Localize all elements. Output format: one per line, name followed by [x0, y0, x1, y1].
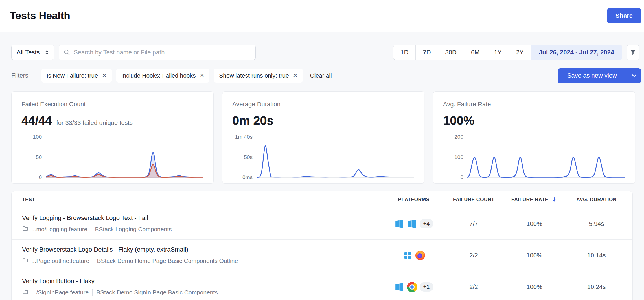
- test-file-path: .../SignInPage.feature: [31, 289, 89, 296]
- tests-scope-select[interactable]: All Tests: [11, 45, 54, 60]
- test-suite-name: BStack Demo SignIn Page Basic Components: [96, 289, 218, 296]
- card-title: Avg. Failure Rate: [443, 101, 625, 108]
- failure-count-cell: 2/2: [442, 252, 505, 259]
- failure-rate-cell: 100%: [505, 252, 563, 259]
- date-range-7d[interactable]: 7D: [416, 45, 438, 60]
- sort-desc-arrow-icon: [551, 197, 557, 203]
- card-title: Average Duration: [232, 101, 414, 108]
- windows-icon: [407, 219, 417, 229]
- kpi-card-1: Failed Execution Count44/44for 33/33 fai…: [11, 91, 214, 184]
- card-kpi-subtext: for 33/33 failed unique tests: [56, 119, 133, 127]
- test-name[interactable]: Verify Browserstack Logo Details - Flaky…: [22, 246, 385, 253]
- failure-count-cell: 7/7: [442, 220, 505, 228]
- series-line-avg-failure-rate-percent: [467, 157, 625, 177]
- column-header-label: PLATFORMS: [398, 197, 429, 203]
- filter-chip[interactable]: Include Hooks: Failed hooks✕: [116, 69, 210, 83]
- save-view-split-button: Save as new view: [558, 68, 641, 83]
- column-header-failure-rate[interactable]: FAILURE RATE: [505, 197, 563, 203]
- date-range-30d[interactable]: 30D: [438, 45, 464, 60]
- firefox-icon: [415, 250, 425, 261]
- tests-scope-value: All Tests: [17, 49, 40, 56]
- y-axis-ticks: 1m 40s50s0ms: [232, 135, 253, 177]
- save-view-dropdown-button[interactable]: [627, 68, 641, 83]
- kpi-cards: Failed Execution Count44/44for 33/33 fai…: [11, 91, 633, 184]
- clear-all-button[interactable]: Clear all: [310, 72, 332, 79]
- search-icon: [63, 49, 70, 56]
- divider: [92, 289, 93, 296]
- select-stepper-icon: [44, 49, 50, 56]
- series-line-failed-executions: [46, 152, 203, 177]
- platforms-cell: [385, 250, 442, 261]
- toolbar: All Tests 1D7D30D6M1Y2YJul 26, 2024 - Ju…: [11, 45, 639, 60]
- card-kpi-value: 0m 20s: [232, 114, 273, 128]
- y-axis-tick-label: 100: [454, 154, 463, 160]
- test-name[interactable]: Verify Login Button - Flaky: [22, 277, 385, 285]
- windows-icon: [402, 250, 413, 261]
- test-cell: Verify Logging - Browserstack Logo Text …: [22, 214, 385, 233]
- date-range-1y[interactable]: 1Y: [487, 45, 509, 60]
- windows-icon: [394, 282, 404, 292]
- date-range-6m[interactable]: 6M: [464, 45, 487, 60]
- column-header-avg-duration[interactable]: AVG. DURATION: [563, 197, 630, 203]
- test-suite-name: BStack Logging Components: [95, 226, 172, 233]
- column-header-label: FAILURE COUNT: [453, 197, 494, 203]
- card-value-row: 44/44for 33/33 failed unique tests: [21, 114, 203, 128]
- column-header-test[interactable]: TEST: [22, 197, 385, 203]
- y-axis-ticks: 2001000: [443, 135, 463, 177]
- test-cell: Verify Browserstack Logo Details - Flaky…: [22, 246, 385, 265]
- y-axis-tick-label: 0: [460, 174, 463, 180]
- kpi-card-2: Average Duration0m 20s1m 40s50s0ms: [222, 91, 424, 184]
- trend-chart: 1m 40s50s0ms: [232, 135, 414, 178]
- trend-chart: 2001000: [443, 135, 625, 178]
- failure-count-cell: 2/2: [442, 283, 505, 291]
- remove-filter-icon[interactable]: ✕: [102, 72, 107, 79]
- table-row[interactable]: Verify Login Button - Flaky.../SignInPag…: [12, 271, 632, 300]
- chevron-down-icon: [631, 72, 638, 79]
- avg-duration-cell: 10.14s: [563, 252, 630, 259]
- y-axis-tick-label: 50: [36, 154, 42, 160]
- test-cell: Verify Login Button - Flaky.../SignInPag…: [22, 277, 385, 296]
- test-meta: .../SignInPage.featureBStack Demo SignIn…: [22, 288, 385, 296]
- search-input[interactable]: [74, 49, 251, 56]
- column-header-platforms[interactable]: PLATFORMS: [385, 197, 442, 203]
- filter-chip-label: Is New Failure: true: [47, 72, 98, 79]
- card-value-row: 100%: [443, 114, 625, 128]
- column-header-failure-count[interactable]: FAILURE COUNT: [442, 197, 505, 203]
- filter-funnel-button[interactable]: [627, 45, 639, 60]
- platforms-cell: +4: [385, 219, 442, 229]
- y-axis-tick-label: 100: [33, 134, 42, 140]
- remove-filter-icon[interactable]: ✕: [293, 72, 298, 79]
- more-platforms-badge[interactable]: +1: [420, 282, 433, 292]
- share-button[interactable]: Share: [607, 8, 641, 23]
- test-name[interactable]: Verify Logging - Browserstack Logo Text …: [22, 214, 385, 222]
- filter-chip[interactable]: Show latest runs only: true✕: [214, 69, 303, 83]
- more-platforms-badge[interactable]: +4: [420, 219, 433, 228]
- divider: [35, 69, 35, 82]
- failure-rate-cell: 100%: [505, 283, 563, 291]
- test-file-path: ...mo/Logging.feature: [31, 226, 87, 233]
- windows-icon: [394, 219, 404, 229]
- remove-filter-icon[interactable]: ✕: [200, 72, 205, 79]
- y-axis-ticks: 100500: [21, 135, 42, 177]
- date-range-picker: 1D7D30D6M1Y2YJul 26, 2024 - Jul 27, 2024: [393, 45, 622, 60]
- filter-chip-label: Include Hooks: Failed hooks: [121, 72, 196, 79]
- divider: [91, 226, 91, 233]
- date-range-2y[interactable]: 2Y: [509, 45, 531, 60]
- funnel-icon: [630, 49, 636, 56]
- date-range-custom-value[interactable]: Jul 26, 2024 - Jul 27, 2024: [531, 45, 622, 60]
- folder-icon: [22, 257, 29, 265]
- applied-filters-row: Filters Is New Failure: true✕Include Hoo…: [11, 68, 641, 83]
- save-as-new-view-button[interactable]: Save as new view: [558, 68, 627, 83]
- card-kpi-value: 100%: [443, 114, 474, 128]
- test-suite-name: BStack Demo Home Page Basic Components O…: [97, 257, 238, 264]
- y-axis-tick-label: 50s: [244, 154, 253, 160]
- filter-chip[interactable]: Is New Failure: true✕: [41, 69, 112, 83]
- page-header: Tests Health Share: [0, 0, 644, 32]
- table-row[interactable]: Verify Logging - Browserstack Logo Text …: [12, 208, 632, 240]
- test-file-path: ...Page.outline.feature: [31, 257, 89, 264]
- y-axis-tick-label: 1m 40s: [235, 134, 253, 140]
- date-range-1d[interactable]: 1D: [393, 45, 416, 60]
- test-meta: ...mo/Logging.featureBStack Logging Comp…: [22, 225, 385, 233]
- table-row[interactable]: Verify Browserstack Logo Details - Flaky…: [12, 240, 632, 271]
- series-area-failed-executions: [46, 152, 203, 178]
